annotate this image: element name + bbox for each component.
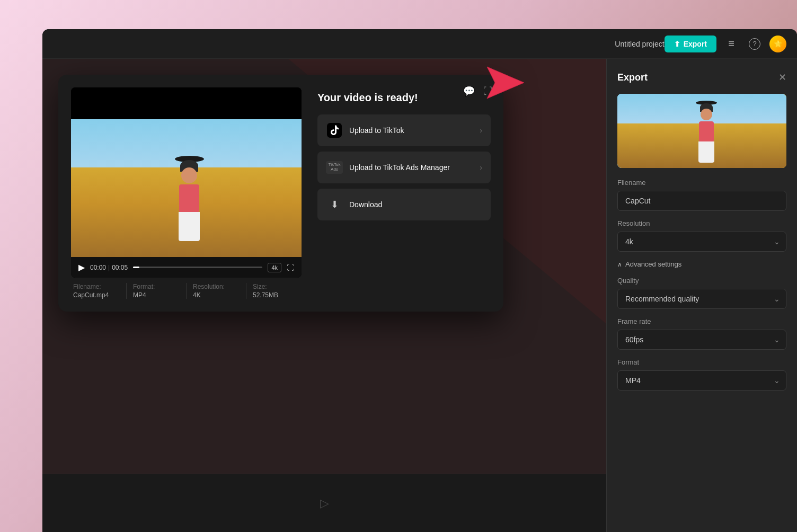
export-modal: 💬 ⛶: [58, 75, 503, 312]
comment-icon: 💬: [463, 86, 475, 96]
download-icon-wrapper: ⬇: [326, 196, 343, 213]
resolution-field-label: Resolution: [617, 219, 786, 227]
size-value: 52.75MB: [253, 291, 278, 299]
resolution-select[interactable]: 4k 1080p 720p: [617, 232, 786, 252]
file-info-row: Filename: CapCut.mp4 Format: MP4 Resolut…: [71, 283, 302, 299]
resolution-label: Resolution:: [193, 283, 240, 290]
upload-ads-left: TikTokAds Upload to TikTok Ads Manager: [326, 159, 450, 176]
timeline-play-button[interactable]: ▷: [320, 496, 329, 510]
upload-ads-button[interactable]: TikTokAds Upload to TikTok Ads Manager ›: [317, 152, 491, 183]
quality-field-label: Quality: [617, 277, 786, 285]
close-export-button[interactable]: ✕: [778, 72, 786, 83]
quality-badge[interactable]: 4k: [268, 263, 281, 272]
format-select-wrapper: MP4 MOV AVI: [617, 370, 786, 391]
chevron-right-icon-2: ›: [480, 163, 482, 172]
tiktok-ads-icon-wrapper: TikTokAds: [326, 159, 343, 176]
time-display: 00:00 | 00:05: [90, 264, 128, 271]
video-frame: ▶ 00:00 | 00:05 4k ⛶: [71, 87, 302, 278]
download-left: ⬇ Download: [326, 196, 382, 213]
format-label: Format:: [133, 283, 180, 290]
main-content: 💬 ⛶: [42, 59, 797, 532]
resolution-value: 4K: [193, 291, 201, 299]
file-info-format: Format: MP4: [133, 283, 180, 299]
upload-tiktok-left: Upload to TikTok: [326, 122, 404, 139]
file-info-divider-2: [186, 283, 187, 299]
sidebar-thumbnail: [617, 94, 786, 168]
export-button[interactable]: ⬆ Export: [665, 36, 716, 52]
upload-icon: ⬆: [674, 40, 680, 48]
upload-ads-label: Upload to TikTok Ads Manager: [349, 163, 450, 172]
video-preview: ▶ 00:00 | 00:05 4k ⛶: [71, 87, 302, 299]
sidebar-thumbnail-inner: [617, 94, 786, 168]
download-button[interactable]: ⬇ Download: [317, 189, 491, 220]
upload-tiktok-button[interactable]: Upload to TikTok ›: [317, 114, 491, 146]
tiktok-icon-wrapper: [326, 122, 343, 139]
time-separator: |: [108, 264, 110, 271]
framerate-select-wrapper: 60fps 30fps 24fps: [617, 330, 786, 350]
help-icon: ?: [749, 38, 760, 50]
quality-select-wrapper: Recommended quality High quality Medium …: [617, 289, 786, 309]
project-title: Untitled project: [615, 40, 664, 48]
total-time: 00:05: [112, 264, 128, 271]
menu-button[interactable]: ≡: [723, 36, 740, 52]
export-panel-title: Export: [617, 72, 648, 83]
tiktok-icon: [327, 123, 342, 138]
actions-panel: Your video is ready!: [317, 87, 491, 226]
modal-body: ▶ 00:00 | 00:05 4k ⛶: [71, 87, 491, 299]
export-label: Export: [684, 40, 707, 48]
upload-tiktok-label: Upload to TikTok: [349, 126, 404, 135]
top-bar-actions: ⬆ Export ≡ ? 🌟: [665, 36, 786, 52]
modal-comment-button[interactable]: 💬: [461, 83, 477, 99]
file-info-size: Size: 52.75MB: [253, 283, 299, 299]
menu-icon: ≡: [728, 38, 734, 50]
format-select[interactable]: MP4 MOV AVI: [617, 370, 786, 391]
format-field-label: Format: [617, 358, 786, 366]
sidebar-title-row: Export ✕: [617, 72, 786, 83]
video-controls: ▶ 00:00 | 00:05 4k ⛶: [71, 257, 302, 278]
editor-area: 💬 ⛶: [42, 59, 606, 532]
advanced-settings-toggle[interactable]: ∧ Advanced settings: [617, 260, 681, 268]
progress-fill: [133, 267, 139, 268]
filename-label: Filename:: [73, 283, 120, 290]
play-button[interactable]: ▶: [78, 262, 85, 272]
export-sidebar: Export ✕: [606, 59, 797, 532]
quality-select[interactable]: Recommended quality High quality Medium …: [617, 289, 786, 309]
tiktok-ads-icon: TikTokAds: [326, 161, 343, 174]
app-window: Untitled project ⬆ Export ≡ ? 🌟: [42, 29, 797, 532]
chevron-right-icon-1: ›: [480, 126, 482, 135]
top-bar: Untitled project ⬆ Export ≡ ? 🌟: [42, 29, 797, 59]
timeline-bar: ▷: [42, 474, 606, 532]
download-icon: ⬇: [331, 199, 339, 210]
help-button[interactable]: ?: [746, 36, 763, 52]
filename-input[interactable]: [617, 191, 786, 211]
fullscreen-button[interactable]: ⛶: [287, 263, 294, 272]
format-value: MP4: [133, 291, 146, 299]
size-label: Size:: [253, 283, 299, 290]
video-thumbnail: [71, 119, 302, 257]
framerate-select[interactable]: 60fps 30fps 24fps: [617, 330, 786, 350]
advanced-settings-label: Advanced settings: [625, 260, 681, 268]
file-info-divider-3: [246, 283, 246, 299]
file-info-divider-1: [126, 283, 127, 299]
progress-bar[interactable]: [133, 267, 262, 268]
framerate-field-label: Frame rate: [617, 317, 786, 325]
avatar-button[interactable]: 🌟: [769, 36, 786, 52]
svg-marker-0: [487, 67, 524, 99]
filename-field-label: Filename: [617, 179, 786, 187]
file-info-resolution: Resolution: 4K: [193, 283, 240, 299]
chevron-up-icon: ∧: [617, 261, 622, 268]
download-label: Download: [349, 200, 382, 209]
filename-value: CapCut.mp4: [73, 291, 109, 299]
resolution-select-wrapper: 4k 1080p 720p: [617, 232, 786, 252]
avatar-icon: 🌟: [774, 40, 782, 48]
file-info-filename: Filename: CapCut.mp4: [73, 283, 120, 299]
video-black-bar-top: [71, 87, 302, 119]
current-time: 00:00: [90, 264, 106, 271]
cursor-arrow: [482, 64, 524, 103]
